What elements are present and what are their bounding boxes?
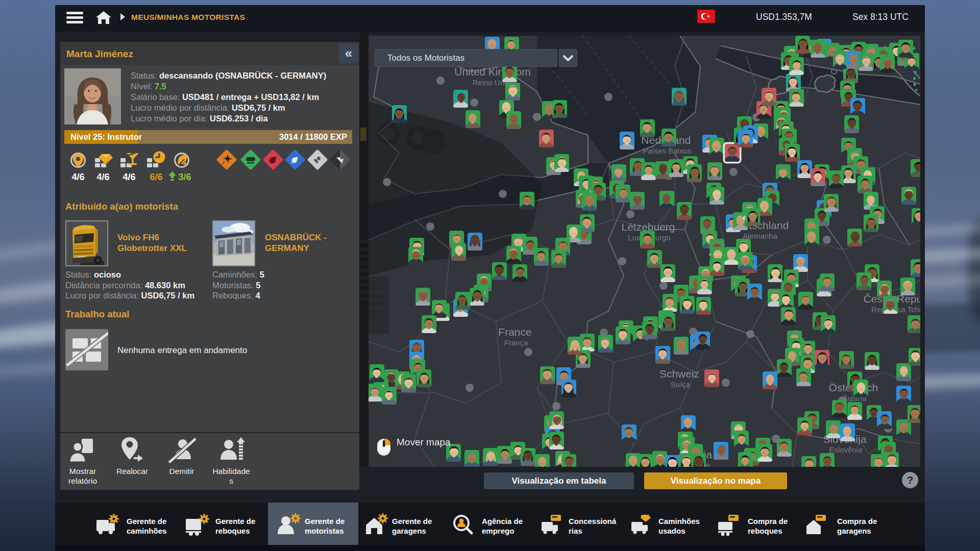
- svg-text:Eslovênia: Eslovênia: [829, 445, 863, 454]
- svg-text:France: France: [498, 326, 531, 338]
- svg-text:Países Baixos: Países Baixos: [643, 146, 691, 155]
- svg-text:França: França: [504, 338, 528, 347]
- svg-text:United Kingdom: United Kingdom: [454, 66, 530, 78]
- svg-text:Schweiz: Schweiz: [659, 368, 699, 380]
- svg-text:Suíça: Suíça: [671, 380, 691, 389]
